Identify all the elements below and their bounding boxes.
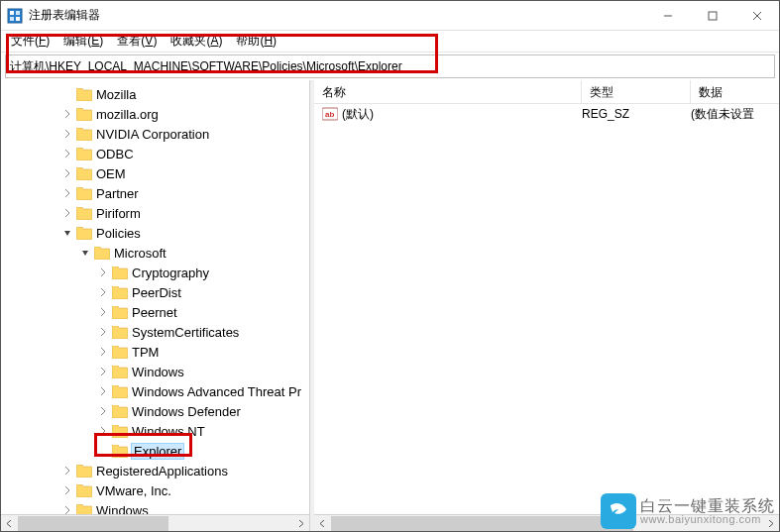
tree-item[interactable]: VMware, Inc. [1,480,309,500]
scroll-left-button[interactable] [314,515,331,532]
column-header-type[interactable]: 类型 [582,80,691,103]
folder-icon [112,424,128,438]
chevron-down-icon[interactable] [78,246,92,260]
scroll-thumb[interactable] [18,516,168,531]
menu-help[interactable]: 帮助(H) [236,33,277,50]
chevron-right-icon[interactable] [96,365,110,378]
tree-item-label: TPM [132,345,159,360]
chevron-right-icon[interactable] [60,166,74,180]
tree-item[interactable]: Partner [1,183,309,203]
tree-pane: Mozillamozilla.orgNVIDIA CorporationODBC… [1,80,310,531]
tree-item-label: RegisteredApplications [96,464,228,479]
chevron-right-icon[interactable] [60,186,74,200]
tree-item[interactable]: ODBC [1,144,309,163]
tree-item[interactable]: Windows NT [1,421,309,441]
chevron-right-icon[interactable] [60,483,74,497]
tree-item[interactable]: RegisteredApplications [1,461,309,480]
tree-item[interactable]: Windows Defender [1,401,309,421]
tree-item[interactable]: Cryptography [1,263,309,282]
column-header-name[interactable]: 名称 [314,80,582,103]
tree-scroll[interactable]: Mozillamozilla.orgNVIDIA CorporationODBC… [1,80,309,514]
content-area: Mozillamozilla.orgNVIDIA CorporationODBC… [1,80,779,531]
chevron-right-icon[interactable] [96,404,110,418]
value-row[interactable]: ab(默认)REG_SZ(数值未设置 [314,104,779,124]
folder-icon [112,404,128,418]
maximize-button[interactable] [690,1,734,31]
menu-view[interactable]: 查看(V) [117,33,157,50]
svg-rect-4 [16,17,20,21]
chevron-right-icon[interactable] [96,384,110,398]
tree-item-label: NVIDIA Corporation [96,127,209,142]
svg-rect-6 [709,12,717,20]
tree-item[interactable]: Peernet [1,302,309,322]
folder-icon [112,266,128,279]
chevron-right-icon[interactable] [60,147,74,160]
folder-icon [112,345,128,359]
scroll-thumb[interactable] [331,516,633,531]
chevron-right-icon[interactable] [60,464,74,478]
tree-item-label: PeerDist [132,285,181,300]
chevron-right-icon[interactable] [96,424,110,438]
chevron-right-icon[interactable] [60,127,74,141]
tree-item[interactable]: Windows Advanced Threat Pr [1,381,309,401]
folder-icon [76,87,92,101]
twisty-none [60,87,74,101]
close-button[interactable] [734,1,779,31]
chevron-right-icon[interactable] [60,503,74,514]
chevron-right-icon[interactable] [60,107,74,121]
watermark-title: 白云一键重装系统 [640,498,775,514]
tree-item-label: ODBC [96,147,134,161]
tree-item-label: Piriform [96,206,141,221]
values-pane: 名称 类型 数据 ab(默认)REG_SZ(数值未设置 [314,80,779,531]
tree-item[interactable]: SystemCertificates [1,322,309,342]
tree-item-label: Partner [96,186,139,201]
tree-item[interactable]: mozilla.org [1,104,309,124]
chevron-down-icon[interactable] [60,226,74,240]
folder-icon [112,444,128,458]
chevron-right-icon[interactable] [96,285,110,299]
scroll-track[interactable] [18,515,292,532]
tree-item[interactable]: NVIDIA Corporation [1,124,309,144]
tree-item[interactable]: PeerDist [1,282,309,302]
chevron-right-icon[interactable] [60,206,74,220]
column-header-data[interactable]: 数据 [691,80,779,103]
tree-item[interactable]: Piriform [1,203,309,223]
chevron-right-icon[interactable] [96,325,110,339]
menu-favorites[interactable]: 收藏夹(A) [170,33,222,50]
tree-item[interactable]: Microsoft [1,243,309,263]
svg-rect-2 [16,11,20,15]
scroll-right-button[interactable] [292,515,309,532]
tree-item[interactable]: OEM [1,163,309,183]
app-icon [7,8,23,24]
menu-file[interactable]: 文件(F) [11,33,50,50]
tree-item-label: SystemCertificates [132,325,239,340]
tree-item-label: Mozilla [96,87,136,102]
tree-item[interactable]: Windows [1,500,309,514]
folder-icon [112,285,128,299]
minimize-button[interactable] [645,1,690,31]
tree-item-label: Windows [96,503,149,515]
tree-item[interactable]: Policies [1,223,309,243]
twisty-none [96,444,110,458]
values-body[interactable]: ab(默认)REG_SZ(数值未设置 [314,104,779,514]
tree-item-label: Windows Defender [132,404,241,419]
svg-text:ab: ab [325,110,334,119]
folder-icon [76,127,92,141]
tree-item-label: Microsoft [114,246,167,261]
tree-item[interactable]: TPM [1,342,309,362]
scroll-left-button[interactable] [1,515,18,532]
chevron-right-icon[interactable] [96,305,110,319]
folder-icon [76,166,92,180]
folder-icon [76,464,92,478]
tree-item[interactable]: Mozilla [1,84,309,104]
folder-icon [94,246,110,260]
chevron-right-icon[interactable] [96,345,110,359]
tree-item[interactable]: Windows [1,362,309,381]
tree-item[interactable]: Explorer [1,441,309,461]
chevron-right-icon[interactable] [96,266,110,279]
tree-item-label: Windows Advanced Threat Pr [132,384,301,399]
tree-item-label: OEM [96,166,126,181]
menu-edit[interactable]: 编辑(E) [63,33,103,50]
tree-horizontal-scrollbar[interactable] [1,514,309,531]
address-bar[interactable]: 计算机\HKEY_LOCAL_MACHINE\SOFTWARE\Policies… [5,54,775,78]
